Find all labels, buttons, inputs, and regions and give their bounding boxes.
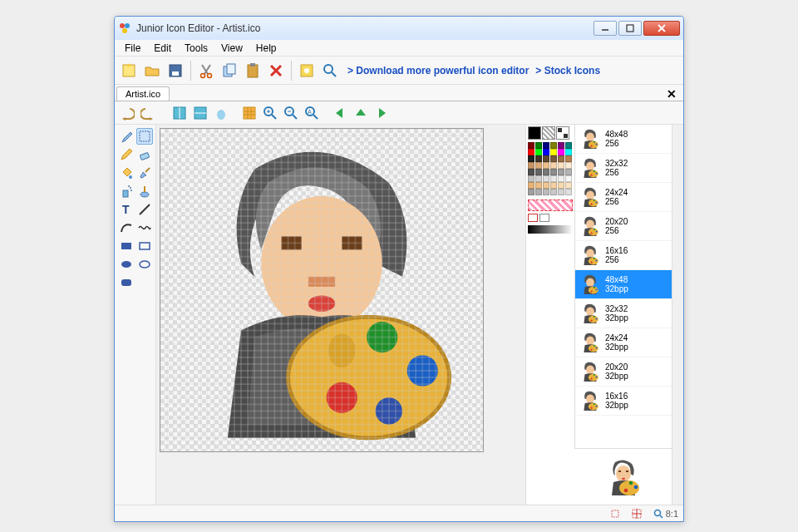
- color-swatch[interactable]: [528, 175, 534, 182]
- color-swatch[interactable]: [543, 175, 549, 182]
- menu-file[interactable]: File: [118, 41, 147, 56]
- color-swatch[interactable]: [558, 169, 564, 175]
- rect-tool[interactable]: [136, 238, 153, 254]
- menu-edit[interactable]: Edit: [147, 41, 178, 56]
- new-icon[interactable]: [118, 60, 140, 81]
- size-list-item[interactable]: 24x24256: [575, 183, 672, 212]
- color-swatch[interactable]: [565, 189, 572, 195]
- size-list-item[interactable]: 24x2432bpp: [575, 328, 672, 357]
- delete-icon[interactable]: [265, 60, 287, 81]
- color-swatch[interactable]: [550, 142, 557, 149]
- flip-v-icon[interactable]: [191, 104, 209, 122]
- color-swatch[interactable]: [528, 142, 534, 149]
- color-swatch[interactable]: [535, 142, 542, 149]
- nav-right-icon[interactable]: [372, 104, 391, 122]
- pencil-tool[interactable]: [118, 146, 135, 163]
- size-list-item[interactable]: 48x48256: [575, 125, 672, 154]
- line-tool[interactable]: [136, 201, 153, 218]
- nav-up-icon[interactable]: [352, 104, 370, 122]
- blur-icon[interactable]: [212, 104, 230, 122]
- color-swatch[interactable]: [558, 155, 564, 162]
- cut-icon[interactable]: [195, 60, 217, 81]
- color-swatch[interactable]: [543, 189, 549, 195]
- size-list-item[interactable]: 32x32256: [575, 154, 672, 183]
- color-swatch[interactable]: [550, 169, 557, 175]
- color-swatch[interactable]: [550, 162, 557, 169]
- minimize-button[interactable]: [594, 21, 617, 36]
- size-list-item[interactable]: 16x1632bpp: [575, 387, 672, 416]
- nav-left-icon[interactable]: [331, 104, 349, 122]
- color-indicator-b[interactable]: [539, 214, 549, 222]
- magnify-icon[interactable]: [319, 60, 341, 81]
- ellipse-tool[interactable]: [136, 256, 153, 273]
- menu-view[interactable]: View: [214, 41, 249, 56]
- color-swatch[interactable]: [550, 155, 557, 162]
- color-swatch[interactable]: [565, 155, 572, 162]
- paste-icon[interactable]: [242, 60, 264, 81]
- document-tab[interactable]: Artist.ico: [116, 86, 170, 101]
- size-list-item[interactable]: 48x4832bpp: [575, 270, 672, 299]
- ellipse-filled-tool[interactable]: [118, 256, 135, 273]
- color-swatch[interactable]: [528, 162, 534, 169]
- color-swatch[interactable]: [535, 162, 542, 169]
- clone-tool[interactable]: [136, 183, 153, 200]
- brush-tool[interactable]: [136, 165, 153, 181]
- grid-icon[interactable]: [240, 104, 259, 122]
- color-swatch[interactable]: [558, 142, 564, 149]
- stock-icons-link[interactable]: > Stock Icons: [535, 65, 600, 76]
- brightness-slider[interactable]: [528, 225, 573, 234]
- canvas-area[interactable]: [156, 125, 525, 505]
- size-list-item[interactable]: 20x2032bpp: [575, 357, 672, 387]
- download-link[interactable]: > Download more powerful icon editor: [347, 65, 529, 76]
- size-list-item[interactable]: 20x20256: [575, 212, 672, 241]
- color-swatch[interactable]: [565, 182, 572, 189]
- color-swatch[interactable]: [535, 189, 542, 195]
- tab-close-icon[interactable]: ✕: [662, 87, 682, 101]
- rect-filled-tool[interactable]: [118, 238, 135, 254]
- wave-tool[interactable]: [136, 219, 153, 236]
- color-indicator-a[interactable]: [528, 214, 538, 222]
- vertical-scrollbar[interactable]: [672, 125, 683, 505]
- size-list-item[interactable]: 32x3232bpp: [575, 299, 672, 328]
- close-button[interactable]: [643, 21, 680, 36]
- color-swatch[interactable]: [535, 155, 542, 162]
- options-icon[interactable]: [296, 60, 318, 81]
- color-swatch[interactable]: [550, 149, 557, 155]
- zoom-in-icon[interactable]: [261, 104, 279, 122]
- color-swatch[interactable]: [558, 149, 564, 155]
- selected-color-swatch[interactable]: [528, 200, 573, 211]
- color-swatch[interactable]: [535, 169, 542, 175]
- color-swatch[interactable]: [528, 189, 534, 195]
- zoom-fit-icon[interactable]: A: [303, 104, 321, 122]
- color-swatch[interactable]: [550, 189, 557, 195]
- color-swatch[interactable]: [565, 162, 572, 169]
- redo-icon[interactable]: [139, 104, 157, 122]
- color-swatch[interactable]: [550, 175, 557, 182]
- pixel-canvas[interactable]: [160, 128, 484, 452]
- size-list-item[interactable]: 16x16256: [575, 241, 672, 270]
- background-color[interactable]: [542, 126, 555, 140]
- color-swatch[interactable]: [543, 169, 549, 175]
- color-swatch[interactable]: [528, 182, 534, 189]
- color-swatch[interactable]: [543, 182, 549, 189]
- foreground-color[interactable]: [528, 126, 541, 140]
- color-swatch[interactable]: [543, 142, 549, 149]
- eyedropper-tool[interactable]: [118, 128, 135, 145]
- zoom-out-icon[interactable]: [282, 104, 300, 122]
- menu-tools[interactable]: Tools: [178, 41, 214, 56]
- color-swatch[interactable]: [565, 142, 572, 149]
- color-swatch[interactable]: [535, 175, 542, 182]
- fill-tool[interactable]: [118, 165, 135, 181]
- rounded-filled-tool[interactable]: [118, 274, 135, 291]
- color-swatch[interactable]: [528, 155, 534, 162]
- color-swatch[interactable]: [550, 182, 557, 189]
- marquee-tool[interactable]: [136, 128, 153, 145]
- spray-tool[interactable]: [118, 183, 135, 200]
- color-swatch[interactable]: [543, 155, 549, 162]
- undo-icon[interactable]: [118, 104, 136, 122]
- color-swatch[interactable]: [565, 169, 572, 175]
- color-swatch[interactable]: [558, 189, 564, 195]
- color-swatch[interactable]: [565, 175, 572, 182]
- menu-help[interactable]: Help: [249, 41, 283, 56]
- color-swatch[interactable]: [558, 175, 564, 182]
